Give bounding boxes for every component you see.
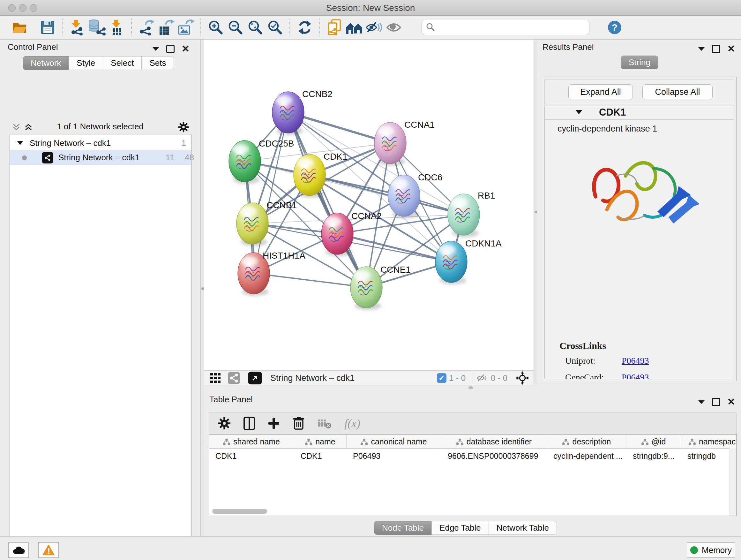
edge-HIST1H1A-CCNE1[interactable] — [254, 273, 366, 287]
table-cell[interactable]: stringdb:9... — [626, 449, 681, 462]
edge-CCNB2-CCNE1[interactable] — [288, 112, 366, 287]
export-network-icon — [138, 19, 155, 36]
string-results-container: Expand All Collapse All CDK1 cyclin-depe… — [542, 77, 737, 381]
grid-view-icon[interactable] — [210, 373, 221, 383]
zoom-in-button[interactable] — [206, 17, 226, 38]
cloud-status-button[interactable] — [8, 543, 29, 558]
network-node-CCNB2[interactable]: CCNB2 — [272, 89, 333, 133]
network-node-CDKN1A[interactable]: CDKN1A — [435, 239, 502, 283]
delete-column-icon[interactable] — [293, 417, 305, 430]
network-node-HIST1H1A[interactable]: HIST1H1A — [238, 251, 306, 294]
table-cell[interactable]: P06493 — [347, 449, 441, 462]
add-column-icon[interactable] — [268, 417, 280, 429]
table-cell[interactable]: stringdb — [681, 449, 737, 462]
close-panel-icon[interactable]: ✕ — [182, 44, 190, 54]
table-cell[interactable]: CDK1 — [209, 449, 294, 462]
tab-select[interactable]: Select — [103, 56, 142, 70]
column-header-canonical-name[interactable]: canonical name — [347, 435, 441, 449]
import-network-from-database-button[interactable] — [87, 17, 107, 38]
float-panel-icon[interactable] — [712, 45, 720, 53]
network-node-CDK1[interactable]: CDK1 — [293, 152, 347, 196]
zoom-selected-button[interactable] — [265, 17, 285, 38]
memory-status-dot — [690, 546, 698, 554]
network-row[interactable]: String Network – cdk1 11 48 — [10, 150, 191, 165]
column-header-namespace[interactable]: namespace — [681, 435, 737, 449]
export-table-button[interactable] — [156, 17, 176, 38]
edge-CCNB2-HIST1H1A[interactable] — [254, 112, 288, 273]
apply-layout-button[interactable] — [295, 17, 315, 38]
network-node-CDC6[interactable]: CDC6 — [388, 172, 442, 216]
table-row[interactable]: CDK1CDK1P064939606.ENSP00000378699cyclin… — [209, 449, 736, 462]
show-columns-icon[interactable] — [244, 417, 255, 430]
column-header-name[interactable]: name — [294, 435, 347, 449]
hide-selected-button[interactable] — [364, 17, 384, 38]
tab-network-table[interactable]: Network Table — [488, 521, 557, 535]
float-panel-icon[interactable] — [712, 398, 720, 406]
network-node-RB1[interactable]: RB1 — [448, 191, 495, 235]
table-horizontal-scrollbar-thumb[interactable] — [212, 509, 267, 514]
table-header-row: shared namenamecanonical namedatabase id… — [209, 435, 736, 449]
help-button[interactable]: ? — [605, 17, 624, 38]
function-builder-button[interactable]: f(x) — [344, 417, 360, 430]
expand-all-button[interactable]: Expand All — [568, 84, 633, 100]
panel-menu-icon[interactable] — [698, 47, 705, 51]
selected-indicator-checkbox[interactable]: ✓ — [437, 373, 447, 383]
show-all-button[interactable] — [384, 17, 404, 38]
tab-string[interactable]: String — [621, 56, 658, 69]
protein-expander-icon[interactable] — [576, 110, 583, 115]
protein-card-header[interactable]: CDK1 — [545, 105, 734, 120]
node-label-CCNA1: CCNA1 — [404, 120, 434, 130]
table-vertical-scrollbar[interactable] — [730, 449, 736, 516]
collapse-all-button[interactable]: Collapse All — [643, 84, 713, 100]
tab-sets[interactable]: Sets — [141, 56, 174, 70]
panel-menu-icon[interactable] — [698, 400, 705, 404]
table-cell[interactable]: cyclin-dependent ... — [547, 449, 626, 462]
float-panel-icon[interactable] — [166, 45, 175, 53]
network-graph[interactable]: CCNB2CCNA1CDC25BCDK1CDC6RB1CCNB1CCNA2CDK… — [204, 40, 534, 370]
first-neighbors-button[interactable] — [344, 17, 364, 38]
right-splitter-handle[interactable] — [535, 211, 537, 213]
column-header--id[interactable]: @id — [626, 435, 681, 449]
detach-view-button[interactable] — [248, 372, 262, 384]
zoom-out-button[interactable] — [226, 17, 246, 38]
network-node-CCNE1[interactable]: CCNE1 — [350, 265, 411, 308]
share-view-icon[interactable] — [228, 372, 240, 384]
column-header-shared-name[interactable]: shared name — [209, 435, 294, 449]
open-session-button[interactable] — [10, 17, 29, 38]
table-options-gear-icon[interactable] — [218, 417, 231, 430]
network-canvas[interactable]: CCNB2CCNA1CDC25BCDK1CDC6RB1CCNB1CCNA2CDK… — [204, 40, 534, 370]
table-cell[interactable]: 9606.ENSP00000378699 — [441, 449, 547, 462]
collection-expander-icon[interactable] — [17, 141, 23, 145]
close-panel-icon[interactable]: ✕ — [727, 44, 735, 54]
panel-menu-icon[interactable] — [152, 47, 159, 51]
import-network-from-file-button[interactable] — [67, 17, 87, 38]
table-cell[interactable]: CDK1 — [294, 449, 347, 462]
column-header-description[interactable]: description — [547, 435, 626, 449]
collection-row[interactable]: String Network – cdk1 1 — [10, 136, 191, 151]
warnings-button[interactable] — [38, 543, 59, 558]
search-input[interactable] — [421, 20, 590, 35]
table-splitter-handle[interactable] — [468, 386, 473, 389]
results-panel-title: Results Panel — [542, 42, 594, 52]
tab-edge-table[interactable]: Edge Table — [431, 521, 489, 535]
zoom-fit-button[interactable] — [246, 17, 265, 38]
crosslink-link[interactable]: P06493 — [622, 372, 649, 379]
birds-eye-view-icon[interactable] — [516, 371, 529, 385]
network-options-gear-icon[interactable] — [178, 122, 189, 132]
tab-node-table[interactable]: Node Table — [374, 521, 432, 535]
crosslink-link[interactable]: P06493 — [622, 356, 649, 366]
export-network-button[interactable] — [137, 17, 156, 38]
duplicate-network-button[interactable] — [325, 17, 344, 38]
tab-network[interactable]: Network — [23, 56, 69, 70]
save-session-button[interactable] — [38, 17, 57, 38]
network-node-CDC25B[interactable]: CDC25B — [229, 138, 294, 182]
import-table-from-file-button[interactable] — [107, 17, 127, 38]
tab-style[interactable]: Style — [69, 56, 103, 70]
memory-button[interactable]: Memory — [687, 543, 735, 558]
export-image-button[interactable] — [176, 17, 196, 38]
delete-table-icon[interactable] — [318, 418, 332, 429]
close-panel-icon[interactable]: ✕ — [727, 397, 735, 407]
node-label-HIST1H1A: HIST1H1A — [263, 251, 306, 260]
column-header-database-identifier[interactable]: database identifier — [441, 435, 547, 449]
left-splitter-handle[interactable] — [201, 287, 204, 290]
